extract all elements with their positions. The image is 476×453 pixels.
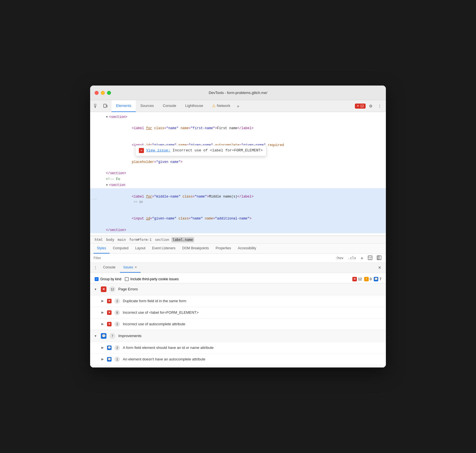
cls-button[interactable]: .cls (347, 255, 357, 261)
improvements-group: ▾ 💬 7 Improvements ▶ 💬 2 A form fie (90, 330, 386, 365)
breadcrumb-label[interactable]: label.name (172, 237, 194, 242)
improvements-icon: 💬 (101, 333, 106, 339)
issue-count: 8 (114, 310, 120, 315)
tab-network[interactable]: ⚠ Network (208, 100, 235, 112)
info-icon: 💬 (374, 277, 378, 281)
issue-count: 2 (114, 345, 120, 351)
line-dots: ··· (91, 197, 97, 202)
html-line[interactable]: ▾ <section> (90, 114, 386, 120)
breadcrumb-html[interactable]: html (94, 237, 104, 242)
html-line[interactable]: <input id="given-name" class="name" name… (90, 210, 386, 227)
issue-count: 2 (114, 321, 120, 327)
filter-buttons: :hov .cls + (334, 255, 382, 261)
layout-button[interactable] (367, 255, 373, 261)
error-icon: ✕ (352, 277, 357, 281)
tab-bar-right: ✕ 12 ⚙ ⋮ (355, 102, 384, 110)
close-button[interactable] (95, 91, 99, 95)
hov-button[interactable]: :hov (334, 255, 345, 261)
svg-rect-3 (104, 104, 106, 107)
page-errors-count: 12 (109, 286, 115, 292)
tab-computed[interactable]: Computed (110, 243, 132, 254)
settings-button[interactable]: ⚙ (367, 102, 375, 110)
html-line[interactable]: </section> (90, 171, 386, 176)
breadcrumb-bar: html body main form#form-1 section label… (90, 236, 386, 244)
group-by-kind-checkbox[interactable]: ✓ Group by kind (95, 277, 121, 281)
add-style-button[interactable]: + (359, 255, 364, 261)
issues-counts: ✕ 12 ! 0 💬 7 (352, 277, 381, 281)
issue-label: A form field element should have an id o… (123, 346, 213, 350)
devtools-window: DevTools - form-problems.glitch.me/ (90, 86, 386, 367)
tab-accessibility[interactable]: Accessibility (234, 243, 259, 254)
network-warning-icon: ⚠ (212, 104, 216, 108)
html-line[interactable]: </section> (90, 227, 386, 233)
bottom-tab-console[interactable]: Console (100, 263, 119, 273)
breadcrumb-section[interactable]: section (154, 237, 170, 242)
page-errors-icon: ✕ (101, 286, 106, 292)
tab-bar-icons (92, 102, 109, 110)
issue-error-icon: ✕ (107, 299, 112, 303)
tab-event-listeners[interactable]: Event Listeners (149, 243, 179, 254)
issue-chevron: ▶ (101, 311, 104, 314)
improvements-count: 7 (109, 333, 115, 339)
issue-label: Incorrect use of autocomplete attribute (123, 322, 185, 326)
tab-layout[interactable]: Layout (132, 243, 149, 254)
html-line[interactable]: placeholder="given name"> (90, 154, 386, 171)
issue-info-icon: 💬 (107, 357, 112, 362)
window-title: DevTools - form-problems.glitch.me/ (209, 91, 267, 95)
view-issue-link[interactable]: View issue: (146, 148, 170, 154)
bottom-panel-close[interactable]: ✕ (376, 264, 384, 271)
page-errors-group: ▾ ✕ 12 Page Errors ▶ ✕ 2 Duplicate fo (90, 283, 386, 330)
tab-lighthouse[interactable]: Lighthouse (181, 100, 208, 112)
minimize-button[interactable] (101, 91, 105, 95)
more-options-button[interactable]: ⋮ (376, 102, 384, 110)
issue-label: An element doesn't have an autocomplete … (123, 357, 205, 361)
issue-chevron: ▶ (101, 357, 104, 361)
issues-panel: ✓ Group by kind Include third-party cook… (90, 273, 386, 367)
tab-styles[interactable]: Styles (94, 243, 110, 254)
tooltip-error-icon: ✕ (139, 148, 144, 153)
issues-tab-close[interactable]: ✕ (134, 265, 137, 269)
third-party-checkbox[interactable]: Include third-party cookie issues (125, 277, 179, 281)
bottom-tab-more[interactable]: ⋮ (92, 264, 99, 271)
breadcrumb-form[interactable]: form#form-1 (128, 237, 153, 242)
breadcrumb-main[interactable]: main (117, 237, 127, 242)
page-errors-header[interactable]: ▾ ✕ 12 Page Errors (90, 283, 386, 295)
tab-sources[interactable]: Sources (136, 100, 158, 112)
info-count-display: 💬 7 (374, 277, 381, 281)
html-line[interactable]: <!-- Fo (90, 176, 386, 182)
error-count-badge: ✕ 12 (355, 104, 366, 109)
issue-no-autocomplete[interactable]: ▶ 💬 1 An element doesn't have an autocom… (90, 353, 386, 365)
titlebar: DevTools - form-problems.glitch.me/ (90, 86, 386, 100)
tab-more-button[interactable]: » (235, 100, 242, 112)
issue-count: 1 (114, 356, 120, 362)
filter-input[interactable] (94, 256, 332, 260)
issue-label: Incorrect use of <label for=FORM_ELEMENT… (123, 310, 199, 315)
issue-form-field-id[interactable]: ▶ 💬 2 A form field element should have a… (90, 342, 386, 353)
html-line-selected[interactable]: ··· <label for="middle-name" class="name… (90, 188, 386, 210)
html-line[interactable]: ▾ <section (90, 182, 386, 188)
page-errors-label: Page Errors (118, 287, 138, 291)
collapse-button[interactable] (376, 255, 382, 261)
bottom-tab-issues[interactable]: Issues ✕ (120, 263, 141, 273)
breadcrumb-body[interactable]: body (105, 237, 115, 242)
tab-elements[interactable]: Elements (112, 100, 136, 112)
issue-label-for[interactable]: ▶ ✕ 8 Incorrect use of <label for=FORM_E… (90, 307, 386, 318)
third-party-cb-unchecked (125, 277, 129, 281)
issue-info-icon: 💬 (107, 346, 112, 350)
issue-autocomplete[interactable]: ▶ ✕ 2 Incorrect use of autocomplete attr… (90, 318, 386, 330)
issue-chevron: ▶ (101, 322, 104, 326)
tab-properties[interactable]: Properties (212, 243, 235, 254)
tab-dom-breakpoints[interactable]: DOM Breakpoints (179, 243, 212, 254)
device-toolbar-button[interactable] (101, 102, 109, 110)
issue-duplicate-id[interactable]: ▶ ✕ 2 Duplicate form field id in the sam… (90, 295, 386, 307)
traffic-lights (95, 91, 111, 95)
tab-console[interactable]: Console (158, 100, 181, 112)
maximize-button[interactable] (107, 91, 111, 95)
dom-dollar-zero: == $0 (132, 200, 143, 204)
elements-panel: ▾ <section> <label for class="name" name… (90, 112, 386, 236)
html-line[interactable]: <label for class="name" name="first-name… (90, 120, 386, 137)
bottom-panel: ⋮ Console Issues ✕ ✕ ✓ (90, 263, 386, 367)
devtools-tab-bar: Elements Sources Console Lighthouse ⚠ Ne… (90, 100, 386, 112)
improvements-header[interactable]: ▾ 💬 7 Improvements (90, 330, 386, 342)
inspect-element-button[interactable] (92, 102, 100, 110)
